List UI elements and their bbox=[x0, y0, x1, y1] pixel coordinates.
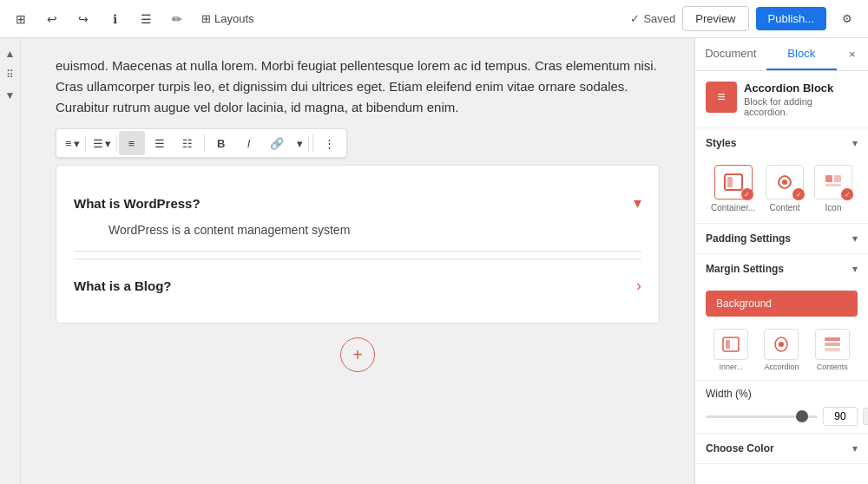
background-settings-button[interactable]: Background bbox=[706, 291, 858, 317]
italic-button[interactable]: I bbox=[236, 131, 262, 155]
accordion-header-2[interactable]: What is a Blog? › bbox=[74, 277, 641, 295]
accordion-chevron-1: ▾ bbox=[634, 193, 641, 213]
contents-label: Contents bbox=[817, 363, 848, 371]
styles-header[interactable]: Styles ▾ bbox=[695, 128, 868, 158]
grid-icon: ⊞ bbox=[201, 12, 211, 25]
block-info-text: Accordion Block Block for adding accordi… bbox=[744, 82, 858, 117]
bold-button[interactable]: B bbox=[208, 131, 234, 155]
width-slider[interactable] bbox=[706, 415, 818, 418]
tab-document[interactable]: Document bbox=[695, 38, 766, 70]
more-options-button[interactable]: ⋮ bbox=[317, 131, 343, 155]
icon-label: Icon bbox=[825, 203, 842, 213]
topbar-left: ⊞ ↩ ↪ ℹ ☰ ✏ ⊞ Layouts bbox=[7, 5, 261, 33]
svg-rect-1 bbox=[727, 177, 733, 187]
editor-area: euismod. Maecenas at nulla lorem. Morbi … bbox=[21, 38, 694, 484]
svg-rect-4 bbox=[834, 175, 841, 182]
padding-arrow: ▾ bbox=[852, 232, 858, 245]
choose-color-header[interactable]: Choose Color ▾ bbox=[695, 434, 868, 463]
drag-handle[interactable]: ⠿ bbox=[2, 66, 19, 83]
align-right-button[interactable]: ☷ bbox=[174, 131, 201, 155]
margin-arrow: ▾ bbox=[852, 263, 858, 275]
text-style-dropdown[interactable]: ☰ ▾ bbox=[88, 135, 117, 152]
svg-rect-6 bbox=[723, 337, 739, 351]
style-icon-content[interactable]: ✓ Content bbox=[766, 165, 804, 213]
content-label: Content bbox=[770, 203, 800, 213]
contents-svg-icon bbox=[823, 336, 842, 353]
sub-icons: Inner... Accordion bbox=[695, 324, 868, 380]
choose-color-arrow: ▾ bbox=[852, 442, 858, 455]
left-handle: ▲ ⠿ ▼ bbox=[0, 38, 21, 484]
accordion-item-1: What is WordPress? ▾ WordPress is a cont… bbox=[74, 183, 641, 252]
add-block-button[interactable]: + bbox=[340, 337, 375, 372]
svg-rect-10 bbox=[825, 343, 840, 346]
block-info: ≡ Accordion Block Block for adding accor… bbox=[695, 71, 868, 128]
info-button[interactable]: ℹ bbox=[101, 5, 128, 33]
icon-svg-icon bbox=[823, 173, 844, 192]
toolbar-divider bbox=[204, 134, 205, 152]
check-icon: ✓ bbox=[630, 12, 640, 25]
align-left-button[interactable]: ≡ bbox=[119, 131, 145, 155]
scroll-up-button[interactable]: ▲ bbox=[2, 45, 19, 62]
container-svg-icon bbox=[723, 173, 744, 192]
link-button[interactable]: 🔗 bbox=[264, 131, 290, 155]
accordion-block-icon: ≡ bbox=[706, 82, 737, 113]
block-info-title: Accordion Block bbox=[744, 82, 858, 95]
margin-section: Margin Settings ▾ Background Inner... bbox=[695, 254, 868, 381]
width-label: Width (%) bbox=[706, 388, 858, 400]
edit-pencil-button[interactable]: ✏ bbox=[163, 5, 191, 33]
more-icon: ▾ bbox=[297, 137, 303, 150]
redo-button[interactable]: ↪ bbox=[69, 5, 97, 33]
icon-badge: ✓ bbox=[841, 188, 853, 200]
sub-icon-accordion[interactable]: Accordion bbox=[764, 329, 799, 371]
settings-button[interactable]: ⚙ bbox=[833, 5, 861, 33]
align-left-icon: ≡ bbox=[65, 137, 72, 150]
sub-icon-inner[interactable]: Inner... bbox=[713, 329, 748, 371]
accordion-title-1: What is WordPress? bbox=[74, 196, 201, 211]
layouts-button[interactable]: ⊞ Layouts bbox=[194, 9, 261, 29]
contents-icon-box bbox=[815, 329, 850, 360]
publish-button[interactable]: Publish... bbox=[756, 7, 826, 30]
width-section: Width (%) Reset bbox=[695, 381, 868, 434]
accordion-header-1[interactable]: What is WordPress? ▾ bbox=[74, 193, 641, 213]
container-label: Container... bbox=[711, 203, 755, 213]
align-dropdown-arrow: ▾ bbox=[74, 137, 80, 150]
accordion-content-1: WordPress is a content management system bbox=[74, 213, 641, 240]
tab-block[interactable]: Block bbox=[766, 38, 838, 70]
saved-status: ✓ Saved bbox=[630, 12, 675, 25]
padding-section: Padding Settings ▾ bbox=[695, 224, 868, 254]
align-dropdown[interactable]: ≡ ▾ bbox=[60, 135, 86, 152]
panel-close-button[interactable]: × bbox=[840, 43, 865, 67]
panel-tabs: Document Block × bbox=[695, 38, 868, 71]
styles-title: Styles bbox=[706, 137, 736, 149]
sub-icon-contents[interactable]: Contents bbox=[815, 329, 850, 371]
undo-button[interactable]: ↩ bbox=[38, 5, 66, 33]
padding-header[interactable]: Padding Settings ▾ bbox=[695, 224, 868, 253]
accordion-item-2: What is a Blog? › bbox=[74, 266, 641, 305]
svg-rect-3 bbox=[825, 175, 832, 182]
saved-label: Saved bbox=[643, 12, 675, 25]
right-panel: Document Block × ≡ Accordion Block Block… bbox=[694, 38, 868, 484]
width-controls: Reset bbox=[706, 407, 858, 426]
width-input[interactable] bbox=[823, 407, 858, 426]
align-center-button[interactable]: ☰ bbox=[147, 131, 173, 155]
styles-arrow: ▾ bbox=[852, 137, 858, 149]
choose-color-section: Choose Color ▾ bbox=[695, 434, 868, 464]
width-reset-button[interactable]: Reset bbox=[863, 408, 868, 425]
list-view-button[interactable]: ☰ bbox=[132, 5, 160, 33]
layouts-label: Layouts bbox=[214, 12, 254, 25]
styles-section: Styles ▾ ✓ Container... bbox=[695, 128, 868, 224]
style-icon-icon[interactable]: ✓ Icon bbox=[814, 165, 852, 213]
main-area: ▲ ⠿ ▼ euismod. Maecenas at nulla lorem. … bbox=[0, 38, 868, 484]
wp-menu-icon[interactable]: ⊞ bbox=[7, 5, 35, 33]
more-dropdown[interactable]: ▾ bbox=[292, 135, 309, 152]
content-badge: ✓ bbox=[792, 188, 805, 200]
text-style-arrow: ▾ bbox=[105, 137, 111, 150]
block-icon-symbol: ≡ bbox=[717, 89, 725, 105]
topbar: ⊞ ↩ ↪ ℹ ☰ ✏ ⊞ Layouts ✓ Saved Preview Pu… bbox=[0, 0, 868, 38]
block-info-desc: Block for adding accordion. bbox=[744, 96, 858, 117]
margin-header[interactable]: Margin Settings ▾ bbox=[695, 254, 868, 284]
style-icon-container[interactable]: ✓ Container... bbox=[711, 165, 755, 213]
accordion-svg-icon bbox=[772, 336, 791, 353]
preview-button[interactable]: Preview bbox=[682, 6, 748, 31]
scroll-down-button[interactable]: ▼ bbox=[2, 87, 19, 104]
